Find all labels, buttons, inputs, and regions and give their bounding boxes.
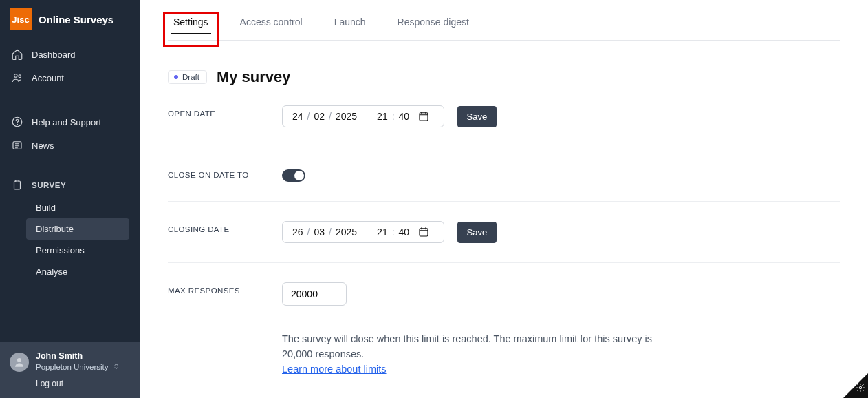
nav-news[interactable]: News	[6, 134, 135, 157]
nav-survey-label: SURVEY	[32, 181, 66, 189]
close-on-date-toggle[interactable]	[282, 169, 305, 182]
nav-support: Help and Support News	[0, 106, 140, 161]
toggle-knob-icon	[294, 171, 304, 180]
nav-help[interactable]: Help and Support	[6, 110, 135, 134]
row-open-date: OPEN DATE 24 / 02 / 2025 21 : 40 Save	[168, 86, 840, 147]
tabs: Settings Access control Launch Response …	[168, 0, 840, 41]
gear-icon[interactable]	[856, 383, 865, 395]
save-closing-date-button[interactable]: Save	[457, 222, 497, 243]
user-org: Poppleton University	[36, 363, 108, 371]
close-month[interactable]: 03	[311, 227, 327, 238]
row-close-toggle: CLOSE ON DATE TO	[168, 147, 840, 202]
save-open-date-button[interactable]: Save	[457, 106, 497, 127]
close-minute[interactable]: 40	[396, 227, 413, 238]
open-date-input[interactable]: 24 / 02 / 2025 21 : 40	[282, 105, 444, 127]
nav-distribute[interactable]: Distribute	[26, 218, 129, 240]
nav-survey-sub: Build Distribute Permissions Analyse	[6, 197, 135, 282]
help-icon	[11, 116, 23, 128]
status-dot-icon	[174, 75, 178, 79]
close-hour[interactable]: 21	[374, 227, 391, 238]
users-icon	[11, 72, 23, 84]
nav-analyse[interactable]: Analyse	[26, 261, 129, 282]
nav-survey-header: SURVEY	[6, 174, 135, 197]
open-year[interactable]: 2025	[333, 111, 360, 122]
svg-point-0	[14, 74, 18, 78]
svg-rect-9	[420, 229, 428, 236]
home-icon	[11, 48, 23, 61]
main: Settings Access control Launch Response …	[140, 0, 868, 398]
closing-date-input[interactable]: 26 / 03 / 2025 21 : 40	[282, 221, 444, 243]
user-row: John Smith Poppleton University	[10, 351, 131, 373]
survey-header: Draft My survey	[168, 68, 840, 86]
nav-dashboard-label: Dashboard	[32, 50, 76, 60]
news-icon	[11, 139, 23, 151]
tab-response-digest[interactable]: Response digest	[392, 7, 475, 40]
nav-help-label: Help and Support	[32, 117, 101, 127]
svg-rect-8	[420, 113, 428, 121]
max-responses-input[interactable]	[282, 282, 347, 306]
close-toggle-label: CLOSE ON DATE TO	[168, 167, 282, 182]
svg-point-7	[17, 358, 21, 362]
open-minute[interactable]: 40	[396, 111, 413, 122]
sidebar: Jisc Online Surveys Dashboard Account He…	[0, 0, 140, 398]
open-day[interactable]: 24	[290, 111, 306, 122]
avatar	[10, 353, 29, 372]
open-month[interactable]: 02	[311, 111, 327, 122]
svg-point-10	[859, 386, 862, 389]
status-text: Draft	[182, 73, 199, 81]
brand: Jisc Online Surveys	[0, 0, 140, 39]
org-switch-icon[interactable]	[112, 361, 120, 373]
learn-more-link[interactable]: Learn more about limits	[282, 364, 387, 375]
tab-launch[interactable]: Launch	[329, 7, 371, 40]
svg-point-3	[17, 124, 18, 125]
open-date-label: OPEN DATE	[168, 105, 282, 127]
nav-top: Dashboard Account	[0, 39, 140, 94]
close-day[interactable]: 26	[290, 227, 306, 238]
closing-date-label: CLOSING DATE	[168, 221, 282, 243]
max-responses-help: The survey will close when this limit is…	[282, 332, 667, 377]
logout-link[interactable]: Log out	[10, 379, 131, 388]
nav-dashboard[interactable]: Dashboard	[6, 43, 135, 66]
nav-news-label: News	[32, 140, 54, 151]
calendar-icon[interactable]	[412, 110, 437, 123]
tab-settings[interactable]: Settings	[168, 7, 214, 40]
nav-permissions[interactable]: Permissions	[26, 240, 129, 261]
clipboard-icon	[11, 179, 23, 191]
status-badge: Draft	[168, 70, 207, 84]
sidebar-footer: John Smith Poppleton University Log out	[0, 342, 140, 398]
svg-point-1	[19, 75, 21, 78]
brand-title: Online Surveys	[39, 14, 113, 25]
open-hour[interactable]: 21	[374, 111, 391, 122]
row-max-responses: MAX RESPONSES The survey will close when…	[168, 263, 840, 396]
nav-survey-section: SURVEY Build Distribute Permissions Anal…	[0, 161, 140, 282]
row-closing-date: CLOSING DATE 26 / 03 / 2025 21 : 40 Save	[168, 202, 840, 263]
page-title: My survey	[217, 68, 291, 86]
brand-logo: Jisc	[10, 8, 32, 30]
tab-access-control[interactable]: Access control	[235, 7, 308, 40]
user-name: John Smith	[36, 351, 131, 361]
nav-build[interactable]: Build	[26, 197, 129, 218]
close-year[interactable]: 2025	[333, 227, 360, 238]
calendar-icon[interactable]	[412, 226, 437, 238]
nav-account[interactable]: Account	[6, 66, 135, 90]
max-responses-label: MAX RESPONSES	[168, 282, 282, 377]
nav-account-label: Account	[32, 73, 64, 83]
